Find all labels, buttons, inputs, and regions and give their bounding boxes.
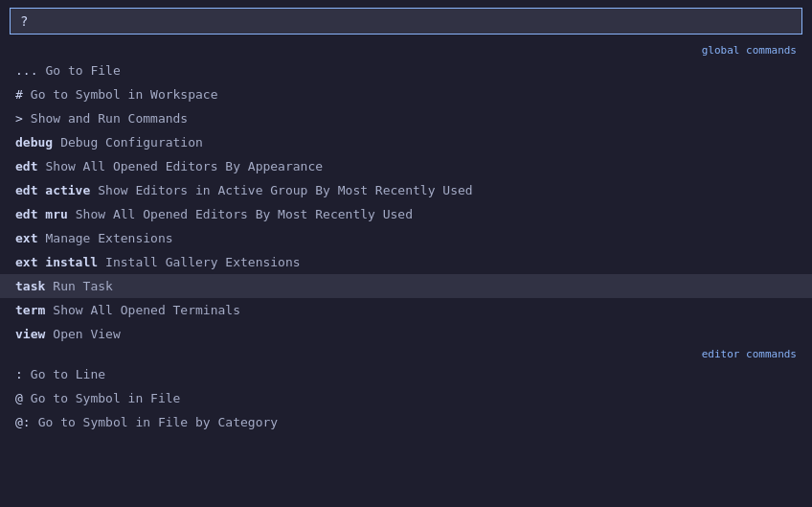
global-commands-header: global commands <box>0 42 812 58</box>
editor-commands-header: editor commands <box>0 346 812 362</box>
item-prefix: edt active <box>15 183 90 197</box>
list-item[interactable]: # Go to Symbol in Workspace <box>0 82 812 106</box>
list-item[interactable]: > Show and Run Commands <box>0 106 812 130</box>
item-description: Open View <box>53 327 120 341</box>
item-prefix: ... <box>15 63 37 78</box>
search-input[interactable]: ? <box>10 8 802 35</box>
item-prefix: debug <box>15 135 53 150</box>
item-description: Show All Opened Terminals <box>53 303 240 317</box>
editor-commands-label: editor commands <box>702 348 797 360</box>
item-description: Go to Symbol in File by Category <box>38 415 278 429</box>
item-prefix: task <box>15 279 45 293</box>
list-item[interactable]: task Run Task <box>0 274 812 298</box>
list-item[interactable]: term Show All Opened Terminals <box>0 298 812 322</box>
item-description: Show and Run Commands <box>31 111 188 126</box>
list-item[interactable]: : Go to Line <box>0 362 812 386</box>
item-description: Go to Line <box>31 367 105 381</box>
item-prefix: # <box>15 87 23 102</box>
item-description: Go to Symbol in Workspace <box>31 87 218 102</box>
item-description: Go to File <box>45 63 120 78</box>
item-description: Install Gallery Extensions <box>105 255 301 269</box>
item-prefix: @ <box>15 391 23 405</box>
search-container: ? <box>0 0 812 42</box>
list-item[interactable]: edt active Show Editors in Active Group … <box>0 178 812 202</box>
item-prefix: > <box>15 111 23 126</box>
item-description: Run Task <box>53 279 113 293</box>
item-description: Show Editors in Active Group By Most Rec… <box>98 183 472 197</box>
item-prefix: ext install <box>15 255 98 269</box>
list-item[interactable]: ext Manage Extensions <box>0 226 812 250</box>
results-list: global commands ... Go to File # Go to S… <box>0 42 812 434</box>
item-prefix: @: <box>15 415 31 429</box>
item-description: Go to Symbol in File <box>31 391 181 405</box>
list-item[interactable]: ... Go to File <box>0 58 812 82</box>
item-description: Show All Opened Editors By Most Recently… <box>76 207 413 221</box>
list-item[interactable]: @: Go to Symbol in File by Category <box>0 410 812 434</box>
item-prefix: view <box>15 327 45 341</box>
list-item[interactable]: @ Go to Symbol in File <box>0 386 812 410</box>
command-palette: ? global commands ... Go to File # Go to… <box>0 0 812 434</box>
item-prefix: edt <box>15 159 37 173</box>
item-description: Show All Opened Editors By Appearance <box>45 159 323 173</box>
list-item[interactable]: edt Show All Opened Editors By Appearanc… <box>0 154 812 178</box>
list-item[interactable]: view Open View <box>0 322 812 346</box>
list-item[interactable]: ext install Install Gallery Extensions <box>0 250 812 274</box>
item-prefix: edt mru <box>15 207 68 221</box>
item-prefix: ext <box>15 231 37 245</box>
item-description: Debug Configuration <box>60 135 203 150</box>
item-prefix: : <box>15 367 23 381</box>
list-item[interactable]: debug Debug Configuration <box>0 130 812 154</box>
item-description: Manage Extensions <box>45 231 172 245</box>
item-prefix: term <box>15 303 45 317</box>
global-commands-label: global commands <box>702 44 797 57</box>
list-item[interactable]: edt mru Show All Opened Editors By Most … <box>0 202 812 226</box>
